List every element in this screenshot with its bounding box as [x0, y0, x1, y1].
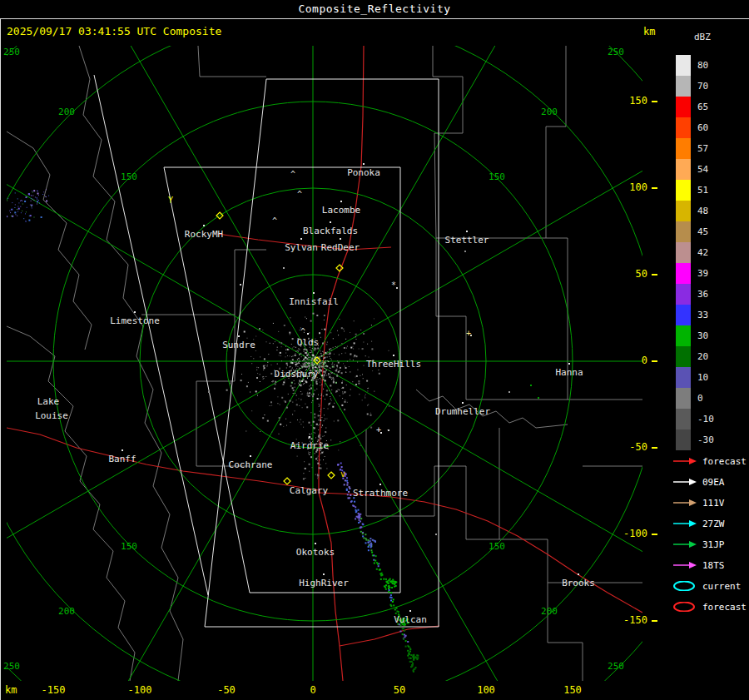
dbz-swatch: [676, 138, 691, 159]
dbz-swatch: [676, 242, 691, 263]
track-arrow-row: 31JP: [672, 539, 725, 550]
dbz-swatch: [676, 325, 691, 346]
dbz-swatch-label: -10: [697, 409, 714, 429]
poi-marker-icon: +: [466, 329, 471, 338]
dbz-swatch: [676, 284, 691, 305]
track-arrow-icon: [672, 539, 697, 549]
dbz-swatch: [676, 76, 691, 97]
range-rings-grid: [0, 0, 749, 700]
track-legend-label: current: [702, 581, 741, 592]
track-arrow-row: 09EA: [672, 476, 725, 488]
track-ellipse-icon: [672, 602, 697, 612]
dbz-swatch-label: 57: [697, 138, 708, 159]
radar-site-diamond-icon: [284, 478, 290, 484]
dbz-swatch-label: 48: [697, 201, 708, 221]
track-arrow-row: 27ZW: [672, 518, 725, 529]
dbz-swatch-label: 39: [697, 263, 708, 284]
track-legend-label: 18TS: [702, 560, 725, 571]
poi-marker-icon: *: [391, 280, 396, 290]
poi-marker-icon: v: [340, 469, 345, 479]
dbz-swatch-label: 20: [697, 346, 708, 367]
track-legend-label: 27ZW: [702, 519, 725, 529]
dbz-swatch: [676, 263, 691, 284]
dbz-swatch-label: 10: [697, 367, 708, 388]
dbz-swatch-label: 0: [697, 388, 703, 409]
track-legend-label: forecast: [702, 602, 747, 613]
dbz-swatch: [676, 221, 691, 242]
dbz-swatch: [676, 201, 691, 221]
radar-site-diamond-icon: [328, 472, 335, 479]
dbz-swatch-label: 30: [697, 325, 708, 346]
dbz-swatch: [676, 409, 691, 429]
poi-marker-icon: Y: [168, 196, 173, 205]
poi-marker-icon: ^: [297, 190, 302, 199]
track-arrow-icon: [672, 519, 697, 529]
track-ellipse-row: forecast: [672, 601, 747, 613]
y-axis-unit-label: km: [643, 26, 655, 37]
dbz-swatch-label: 54: [697, 159, 708, 180]
dbz-swatch: [676, 429, 691, 450]
dbz-swatch-label: 70: [697, 76, 708, 97]
dbz-swatch: [676, 388, 691, 409]
dbz-swatch: [676, 305, 691, 325]
dbz-swatch-label: 51: [697, 180, 708, 201]
track-arrow-row: forecast: [672, 455, 747, 467]
track-legend-label: forecast: [702, 456, 747, 467]
timestamp-label: 2025/09/17 03:41:55 UTC Composite: [7, 25, 221, 37]
dbz-swatch-label: 33: [697, 305, 708, 325]
radar-map: Yv^^^^*++: [0, 0, 749, 700]
poi-marker-icon: ^: [300, 327, 305, 336]
dbz-swatch-label: -30: [697, 429, 714, 450]
poi-marker-icon: +: [376, 425, 381, 434]
track-arrow-icon: [672, 477, 697, 487]
dbz-color-scale-panel: dBZ 807065605754514845423936333020100-10…: [671, 0, 749, 700]
track-arrow-row: 111V: [672, 497, 725, 509]
dbz-swatch: [676, 180, 691, 201]
dbz-swatch: [676, 159, 691, 180]
dbz-swatch-label: 36: [697, 284, 708, 305]
dbz-swatch: [676, 97, 691, 117]
track-arrow-icon: [672, 456, 697, 466]
dbz-swatch-label: 45: [697, 221, 708, 242]
poi-marker-icon: ^: [272, 216, 277, 226]
coverage-outline: [94, 75, 439, 627]
track-arrow-row: 18TS: [672, 559, 725, 571]
track-legend-label: 111V: [702, 498, 725, 509]
dbz-swatch-label: 60: [697, 117, 708, 138]
x-axis-unit-label: km: [5, 684, 17, 696]
dbz-swatch-label: 80: [697, 55, 708, 76]
dbz-swatch: [676, 117, 691, 138]
dbz-swatch: [676, 367, 691, 388]
dbz-swatch-label: 42: [697, 242, 708, 263]
track-arrow-icon: [672, 498, 697, 508]
dbz-scale-title: dBZ: [694, 32, 711, 42]
track-legend-label: 31JP: [702, 539, 725, 550]
dbz-swatch: [676, 346, 691, 367]
track-ellipse-row: current: [672, 580, 741, 592]
poi-marker-icon: ^: [290, 170, 295, 179]
track-ellipse-icon: [672, 581, 697, 591]
map-layer: Yv^^^^*++: [0, 0, 749, 700]
track-arrow-icon: [672, 560, 697, 570]
dbz-swatch: [676, 55, 691, 76]
radar-app-window: { "window": { "title": "Composite_Reflec…: [0, 0, 749, 700]
track-legend-label: 09EA: [702, 477, 725, 488]
dbz-swatch-label: 65: [697, 97, 708, 117]
